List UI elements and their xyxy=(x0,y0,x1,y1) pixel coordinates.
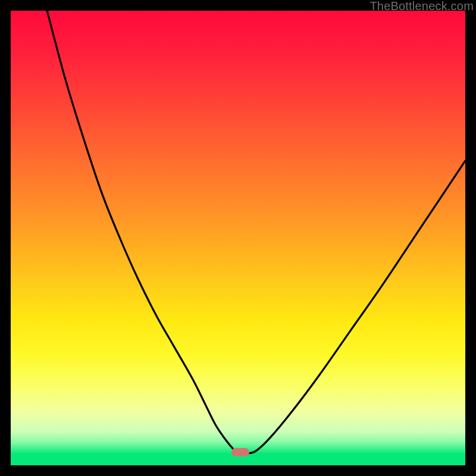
curve-svg xyxy=(11,11,465,465)
chart-frame: TheBottleneck.com xyxy=(0,0,476,476)
optimal-marker xyxy=(231,448,249,456)
bottleneck-curve xyxy=(47,11,465,454)
plot-wrap xyxy=(11,11,465,465)
